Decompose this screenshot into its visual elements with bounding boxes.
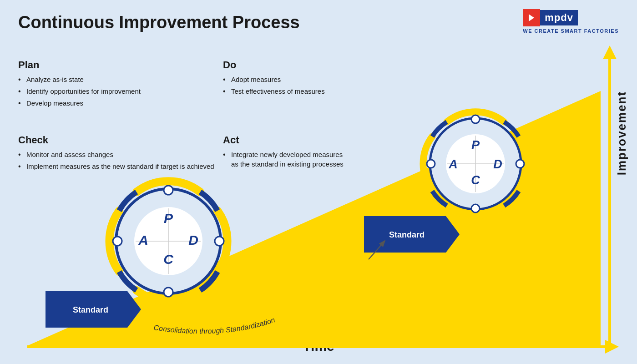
svg-text:D: D [493, 157, 502, 171]
svg-point-28 [446, 134, 505, 193]
logo-brand-text: mpdv [545, 12, 573, 24]
logo-icon [526, 12, 537, 23]
diagram-svg: Standard Standard Consolidation through … [0, 0, 637, 364]
act-bold-letter: A [223, 134, 230, 146]
svg-text:Standard: Standard [389, 230, 425, 239]
logo-red-box [523, 9, 540, 26]
plan-bullets: Analyze as-is state Identify opportuniti… [18, 75, 141, 108]
svg-text:A: A [448, 157, 458, 171]
check-bullet-1: Monitor and assess changes [18, 150, 214, 159]
act-heading-rest: ct [230, 134, 239, 146]
svg-text:Consolidation through Standard: Consolidation through Standardization [153, 316, 276, 335]
logo-area: mpdv WE CREATE SMART FACTORIES [523, 9, 619, 34]
svg-marker-8 [364, 216, 460, 253]
improvement-label: Improvement [615, 91, 629, 175]
svg-text:C: C [163, 252, 174, 267]
svg-point-15 [113, 237, 122, 246]
plan-bold-letter: P [18, 59, 25, 71]
svg-point-13 [215, 237, 224, 246]
svg-marker-6 [46, 291, 141, 328]
do-section: Do Adopt measures Test effectiveness of … [223, 59, 325, 98]
svg-marker-5 [605, 340, 619, 354]
svg-point-12 [164, 186, 173, 195]
page-title: Continuous Improvement Process [18, 13, 300, 32]
svg-point-26 [471, 204, 480, 212]
act-bullets: Integrate newly developed measuresas the… [223, 150, 344, 169]
svg-marker-3 [603, 46, 617, 59]
svg-text:D: D [188, 233, 198, 248]
plan-heading: Plan [18, 59, 141, 71]
act-bullet-1: Integrate newly developed measuresas the… [223, 150, 344, 169]
check-bullet-2: Implement measures as the new standard i… [18, 162, 214, 171]
check-bold-letter: C [18, 134, 25, 146]
svg-text:Standard: Standard [73, 305, 108, 314]
svg-point-11 [116, 189, 221, 293]
plan-bullet-3: Develop measures [18, 98, 141, 108]
time-label: Time [303, 339, 334, 354]
plan-bullet-1: Analyze as-is state [18, 75, 141, 84]
svg-point-14 [164, 288, 173, 297]
logo-tagline: WE CREATE SMART FACTORIES [523, 28, 619, 34]
logo-box: mpdv [523, 9, 619, 26]
do-heading: Do [223, 59, 325, 71]
svg-text:P: P [471, 138, 480, 152]
do-heading-rest: o [230, 59, 236, 71]
svg-point-16 [134, 207, 202, 275]
do-bold-letter: D [223, 59, 230, 71]
do-bullets: Adopt measures Test effectiveness of mea… [223, 75, 325, 96]
check-heading-rest: heck [25, 134, 48, 146]
act-heading: Act [223, 134, 344, 146]
svg-point-25 [516, 160, 524, 168]
check-section: Check Monitor and assess changes Impleme… [18, 134, 214, 173]
svg-point-24 [471, 115, 480, 123]
act-section: Act Integrate newly developed measuresas… [223, 134, 344, 171]
svg-text:C: C [471, 173, 480, 187]
do-bullet-1: Adopt measures [223, 75, 325, 84]
svg-point-23 [430, 118, 521, 209]
check-heading: Check [18, 134, 214, 146]
svg-text:A: A [138, 233, 148, 248]
logo-text-block: mpdv [540, 10, 578, 25]
plan-bullet-2: Identify opportunities for improvement [18, 86, 141, 96]
plan-heading-rest: lan [25, 59, 40, 71]
svg-text:P: P [164, 211, 173, 226]
yellow-triangle [27, 91, 601, 346]
do-bullet-2: Test effectiveness of measures [223, 86, 325, 96]
plan-section: Plan Analyze as-is state Identify opport… [18, 59, 141, 110]
svg-point-27 [427, 160, 435, 168]
check-bullets: Monitor and assess changes Implement mea… [18, 150, 214, 171]
